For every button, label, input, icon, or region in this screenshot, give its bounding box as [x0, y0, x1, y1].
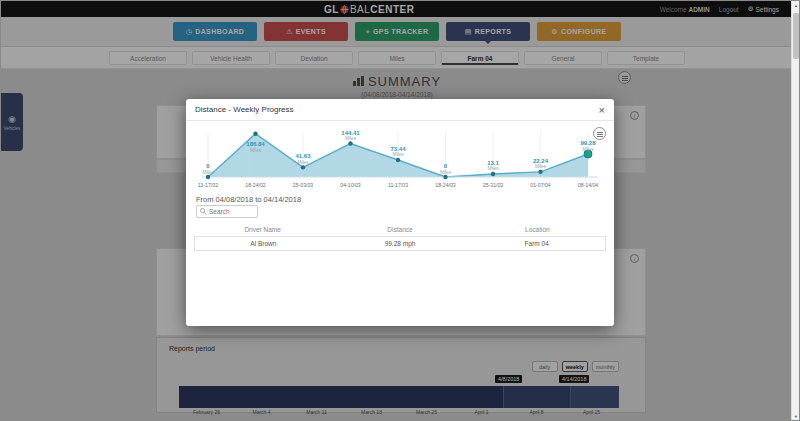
- svg-text:Miles: Miles: [345, 136, 357, 141]
- cell-distance: 99.28 mph: [332, 240, 469, 247]
- search-icon: [200, 208, 207, 215]
- modal-title: Distance - Weekly Progress: [195, 105, 294, 114]
- svg-text:Miles: Miles: [535, 164, 547, 169]
- svg-text:0: 0: [444, 163, 448, 169]
- svg-text:Miles: Miles: [250, 148, 262, 153]
- svg-text:01-07/04: 01-07/04: [530, 182, 551, 188]
- svg-text:11-17/02: 11-17/02: [198, 182, 218, 188]
- svg-text:144.41: 144.41: [341, 130, 360, 136]
- table-header-row: Driver Name Distance Location: [194, 223, 606, 236]
- svg-text:Miles: Miles: [440, 170, 452, 175]
- cell-driver-name: Al Brown: [195, 240, 332, 247]
- svg-text:13.1: 13.1: [487, 160, 499, 166]
- svg-text:Miles: Miles: [202, 170, 214, 175]
- svg-text:186.84: 186.84: [246, 141, 265, 147]
- results-table: Driver Name Distance Location Al Brown 9…: [194, 223, 606, 251]
- col-location: Location: [469, 226, 606, 233]
- chart-export-menu-icon[interactable]: [593, 127, 606, 140]
- vertical-scrollbar[interactable]: ▲ ▼: [791, 1, 799, 421]
- weekly-distance-chart: 0Miles11-17/02186.84Miles18-24/0241.63Mi…: [192, 125, 608, 193]
- svg-text:99.28: 99.28: [580, 140, 596, 146]
- svg-text:18-24/02: 18-24/02: [245, 182, 266, 188]
- svg-text:22.24: 22.24: [533, 158, 549, 164]
- col-driver-name: Driver Name: [194, 226, 331, 233]
- scrollbar-thumb[interactable]: [793, 13, 799, 59]
- scroll-up-icon[interactable]: ▲: [792, 1, 800, 11]
- scroll-down-icon[interactable]: ▼: [792, 412, 800, 421]
- svg-text:41.63: 41.63: [295, 153, 311, 159]
- svg-text:04-10/03: 04-10/03: [340, 182, 361, 188]
- cell-location: Farm 04: [468, 240, 605, 247]
- svg-text:Miles: Miles: [297, 160, 309, 165]
- svg-text:25-31/03: 25-31/03: [483, 182, 504, 188]
- svg-text:11-17/03: 11-17/03: [388, 182, 408, 188]
- weekly-progress-modal: Distance - Weekly Progress × 0Miles11-17…: [186, 99, 614, 326]
- svg-text:0: 0: [206, 163, 210, 169]
- svg-text:08-14/04: 08-14/04: [578, 182, 599, 188]
- svg-text:Miles: Miles: [582, 147, 594, 152]
- col-distance: Distance: [331, 226, 468, 233]
- svg-text:Miles: Miles: [487, 166, 499, 171]
- svg-text:18-24/03: 18-24/03: [435, 182, 456, 188]
- search-input[interactable]: [209, 208, 255, 215]
- svg-text:Miles: Miles: [392, 152, 404, 157]
- close-icon[interactable]: ×: [599, 105, 605, 115]
- table-row: Al Brown 99.28 mph Farm 04: [194, 236, 606, 251]
- svg-text:25-03/03: 25-03/03: [293, 182, 314, 188]
- search-box: [196, 205, 258, 218]
- app-window: GL BALCENTER Welcome ADMIN Logout ⚙Setti…: [0, 0, 800, 421]
- date-range-text: From 04/08/2018 to 04/14/2018: [196, 195, 301, 204]
- svg-text:73.44: 73.44: [390, 146, 406, 152]
